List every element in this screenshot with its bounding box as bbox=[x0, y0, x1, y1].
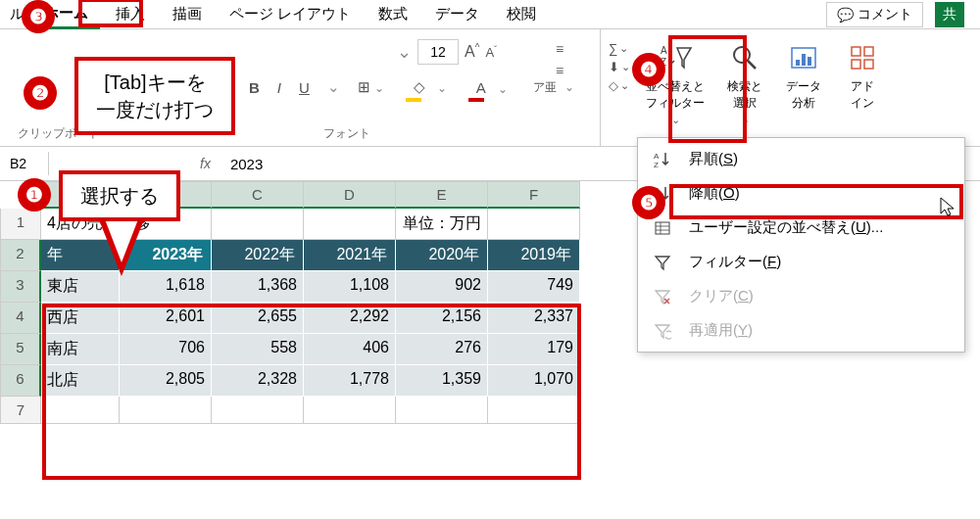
clear-button[interactable]: ◇ ⌄ bbox=[609, 78, 630, 93]
cell-D5[interactable]: 406 bbox=[304, 334, 396, 365]
svg-rect-4 bbox=[796, 60, 800, 66]
cell-D3[interactable]: 1,108 bbox=[304, 271, 396, 303]
cell-A5[interactable]: 南店 bbox=[41, 334, 120, 365]
custom-sort-icon bbox=[654, 219, 677, 237]
row-header-1[interactable]: 1 bbox=[0, 209, 41, 240]
cell-E7[interactable] bbox=[396, 397, 488, 424]
cell-F1[interactable] bbox=[488, 209, 580, 240]
cell-A6[interactable]: 北店 bbox=[41, 365, 120, 397]
cell-F3[interactable]: 749 bbox=[488, 271, 580, 303]
callout-5: ❺ bbox=[632, 186, 665, 219]
cell-A4[interactable]: 西店 bbox=[41, 303, 120, 334]
cell-D2[interactable]: 2021年 bbox=[304, 240, 396, 271]
cell-C4[interactable]: 2,655 bbox=[212, 303, 304, 334]
col-header-C[interactable]: C bbox=[212, 181, 304, 209]
font-size-input[interactable] bbox=[417, 39, 459, 65]
font-controls: B I U ⌄ ⊞⌄ ◇ ⌄ A ⌄ ア亜⌄ bbox=[245, 74, 582, 100]
ribbon-right: ∑ ⌄ ⬇ ⌄ ◇ ⌄ A Z 並べ替えと フィルター ⌄ 検索と 選択 ⌄ bbox=[600, 29, 980, 146]
cell-F6[interactable]: 1,070 bbox=[488, 365, 580, 397]
col-header-F[interactable]: F bbox=[488, 181, 580, 209]
fx-icon[interactable]: fx bbox=[186, 156, 224, 171]
increase-font-icon[interactable]: A^ bbox=[465, 42, 479, 61]
menu-data[interactable]: データ bbox=[423, 1, 491, 27]
reapply-label: 再適用(Y) bbox=[689, 321, 753, 340]
underline-button[interactable]: U bbox=[295, 77, 314, 98]
svg-rect-5 bbox=[802, 54, 806, 66]
cell-F5[interactable]: 179 bbox=[488, 334, 580, 365]
cell-D1[interactable] bbox=[304, 209, 396, 240]
cell-A7[interactable] bbox=[41, 397, 120, 424]
cell-E3[interactable]: 902 bbox=[396, 271, 488, 303]
cell-C2[interactable]: 2022年 bbox=[212, 240, 304, 271]
share-button[interactable]: 共 bbox=[935, 2, 964, 27]
addins-label: アド イン bbox=[851, 78, 874, 112]
italic-button[interactable]: I bbox=[273, 77, 285, 98]
ruby-button[interactable]: ア亜⌄ bbox=[525, 77, 582, 98]
row-header-4[interactable]: 4 bbox=[0, 303, 41, 334]
menu-draw[interactable]: 描画 bbox=[161, 1, 214, 27]
cell-E2[interactable]: 2020年 bbox=[396, 240, 488, 271]
sort-ascending-item[interactable]: AZ 昇順(S) bbox=[638, 142, 964, 176]
callout-3: ❸ bbox=[22, 0, 55, 33]
align-top-icon[interactable]: ≡ bbox=[547, 39, 572, 59]
callout-text-tab: [Tab]キーを 一度だけ打つ bbox=[74, 57, 235, 135]
row-7: 7 bbox=[0, 397, 980, 424]
name-box[interactable]: B2 bbox=[2, 152, 49, 175]
cell-E1[interactable]: 単位：万円 bbox=[396, 209, 488, 240]
cell-F2[interactable]: 2019年 bbox=[488, 240, 580, 271]
cell-C6[interactable]: 2,328 bbox=[212, 365, 304, 397]
border-button[interactable]: ⊞⌄ bbox=[354, 76, 392, 98]
cell-B4[interactable]: 2,601 bbox=[120, 303, 212, 334]
cell-D7[interactable] bbox=[304, 397, 396, 424]
cell-B6[interactable]: 2,805 bbox=[120, 365, 212, 397]
find-select-button[interactable]: 検索と 選択 ⌄ bbox=[720, 35, 769, 140]
cell-D6[interactable]: 1,778 bbox=[304, 365, 396, 397]
custom-sort-label: ユーザー設定の並べ替え(U)... bbox=[689, 218, 883, 237]
sort-filter-button[interactable]: A Z 並べ替えと フィルター ⌄ bbox=[640, 35, 710, 140]
font-size-group: ⌄ A^ Aˇ bbox=[397, 39, 497, 65]
filter-label: フィルター(F) bbox=[689, 253, 781, 271]
cell-C1[interactable] bbox=[212, 209, 304, 240]
font-color-button[interactable]: A ⌄ bbox=[465, 75, 515, 100]
decrease-font-icon[interactable]: Aˇ bbox=[485, 44, 497, 60]
cell-E5[interactable]: 276 bbox=[396, 334, 488, 365]
row-header-6[interactable]: 6 bbox=[0, 365, 41, 397]
data-analysis-button[interactable]: データ 分析 bbox=[779, 35, 828, 140]
bold-button[interactable]: B bbox=[245, 77, 264, 98]
fill-button[interactable]: ⬇ ⌄ bbox=[609, 60, 630, 74]
sort-descending-item[interactable]: ZA 降順(O) bbox=[638, 176, 964, 211]
comments-label: コメント bbox=[858, 6, 912, 24]
cell-E4[interactable]: 2,156 bbox=[396, 303, 488, 334]
cell-B5[interactable]: 706 bbox=[120, 334, 212, 365]
menu-review[interactable]: 校閲 bbox=[495, 1, 548, 27]
row-header-7[interactable]: 7 bbox=[0, 397, 41, 424]
addins-button[interactable]: アド イン bbox=[838, 35, 887, 140]
comments-button[interactable]: 💬 コメント bbox=[826, 2, 923, 27]
callout-1: ❶ bbox=[18, 178, 51, 212]
col-header-D[interactable]: D bbox=[304, 181, 396, 209]
cell-C7[interactable] bbox=[212, 397, 304, 424]
filter-icon bbox=[654, 254, 677, 271]
row-header-3[interactable]: 3 bbox=[0, 271, 41, 303]
col-header-E[interactable]: E bbox=[396, 181, 488, 209]
row-header-5[interactable]: 5 bbox=[0, 334, 41, 365]
font-dropdown-caret[interactable]: ⌄ bbox=[397, 41, 412, 63]
menu-page-layout[interactable]: ページ レイアウト bbox=[218, 1, 363, 27]
fill-color-button[interactable]: ◇ ⌄ bbox=[402, 74, 455, 100]
row-header-2[interactable]: 2 bbox=[0, 240, 41, 271]
cell-F7[interactable] bbox=[488, 397, 580, 424]
addins-icon bbox=[844, 39, 881, 76]
cell-E6[interactable]: 1,359 bbox=[396, 365, 488, 397]
menu-formulas[interactable]: 数式 bbox=[367, 1, 419, 27]
menu-insert[interactable]: 挿入 bbox=[104, 1, 157, 27]
cell-D4[interactable]: 2,292 bbox=[304, 303, 396, 334]
cell-C5[interactable]: 558 bbox=[212, 334, 304, 365]
cell-F4[interactable]: 2,337 bbox=[488, 303, 580, 334]
autosum-button[interactable]: ∑ ⌄ bbox=[609, 41, 630, 56]
sort-asc-icon: AZ bbox=[654, 151, 677, 168]
custom-sort-item[interactable]: ユーザー設定の並べ替え(U)... bbox=[638, 211, 964, 245]
cell-C3[interactable]: 1,368 bbox=[212, 271, 304, 303]
cell-B7[interactable] bbox=[120, 397, 212, 424]
filter-item[interactable]: フィルター(F) bbox=[638, 245, 964, 279]
svg-rect-7 bbox=[852, 47, 860, 56]
